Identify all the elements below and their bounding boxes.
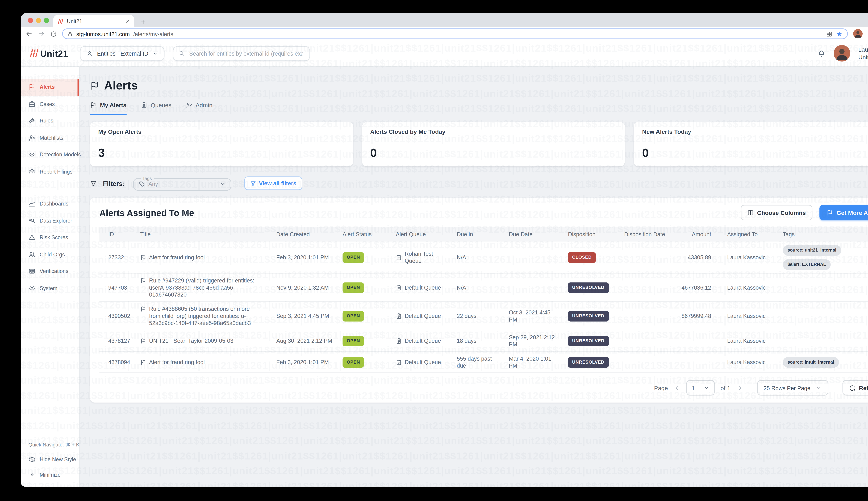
hide-new-style-button[interactable]: Hide New Style xyxy=(21,456,79,463)
browser-tab[interactable]: Unit21 xyxy=(53,15,134,27)
cell-date-created: Feb 3, 2020 1:01 PM xyxy=(267,254,334,261)
sidebar-item-rules[interactable]: Rules xyxy=(21,113,79,129)
stat-card-my-open-alerts: My Open Alerts3 xyxy=(90,122,353,167)
eye-off-icon xyxy=(29,456,36,463)
cell-id: 4378094 xyxy=(99,359,131,366)
page-number-select[interactable]: 1 xyxy=(686,380,715,396)
sidebar-item-matchlists[interactable]: Matchlists xyxy=(21,129,79,146)
column-header-alert-status[interactable]: Alert Status xyxy=(334,231,387,237)
tags-filter-select[interactable]: Tags Any xyxy=(133,176,231,191)
user-avatar[interactable] xyxy=(834,45,850,62)
cell-title-link[interactable]: Rule #4388605 (50 transactions or more f… xyxy=(131,305,267,327)
close-window-button[interactable] xyxy=(28,18,33,23)
choose-columns-button[interactable]: Choose Columns xyxy=(740,205,812,220)
sidebar-item-report-filings[interactable]: Report Filings xyxy=(21,163,79,180)
cell-title-link[interactable]: Alert for fraud ring fool xyxy=(131,359,267,366)
column-header-disposition-date[interactable]: Disposition Date xyxy=(615,231,672,237)
column-header-due-in[interactable]: Due in xyxy=(448,231,500,237)
cell-assigned-to: Laura Kassovic xyxy=(718,284,774,291)
user-info[interactable]: Laura Kassovic Unit21 xyxy=(858,45,868,61)
sidebar-item-risk-scores[interactable]: Risk Scores xyxy=(21,229,79,246)
minimize-label: Minimize xyxy=(40,472,61,478)
search-list-icon xyxy=(29,217,36,224)
cell-due-in: 22 days xyxy=(448,312,500,319)
refresh-button[interactable]: Refresh xyxy=(842,380,868,396)
column-header-due-date[interactable]: Due Date xyxy=(500,231,559,237)
sidebar-item-cases[interactable]: Cases xyxy=(21,96,79,113)
tab-my-alerts[interactable]: My Alerts xyxy=(90,102,127,115)
tab-close-icon[interactable] xyxy=(125,19,130,23)
person-x-icon xyxy=(29,134,36,141)
app-header: Unit21 Entities - External ID xyxy=(21,40,868,67)
notifications-bell-icon[interactable] xyxy=(817,50,825,57)
table-row[interactable]: 947703Rule #947229 (Valid) triggered for… xyxy=(99,274,868,302)
grid-icon[interactable] xyxy=(826,31,833,37)
url-bar[interactable]: stg-lumos.unit21.com/alerts/my-alerts xyxy=(62,29,848,39)
search-input[interactable] xyxy=(188,50,304,57)
bookmark-star-icon[interactable] xyxy=(836,31,843,37)
flag-icon xyxy=(90,102,96,108)
sidebar-item-verifications[interactable]: Verifications xyxy=(21,263,79,280)
table-row[interactable]: 4390502Rule #4388605 (50 transactions or… xyxy=(99,302,868,330)
column-header-tags[interactable]: Tags xyxy=(774,231,868,237)
rows-per-page-select[interactable]: 25 Rows Per Page xyxy=(757,380,828,396)
sidebar-item-child-orgs[interactable]: Child Orgs xyxy=(21,246,79,263)
view-all-filters-button[interactable]: View all filters xyxy=(244,177,303,190)
minimize-window-button[interactable] xyxy=(36,18,41,23)
column-header-id[interactable]: ID xyxy=(99,231,131,237)
cell-title-link[interactable]: UNIT21 - Sean Taylor 2009-05-03 xyxy=(131,337,267,344)
sidebar-item-detection-models[interactable]: Detection Models xyxy=(21,146,79,163)
browser-tab-strip: Unit21 xyxy=(21,13,868,27)
minimize-sidebar-button[interactable]: Minimize xyxy=(21,471,79,478)
user-name: Laura Kassovic xyxy=(858,45,868,53)
sidebar-item-label: Verifications xyxy=(40,268,68,274)
tab-label: Admin xyxy=(196,102,212,108)
zoom-window-button[interactable] xyxy=(44,18,49,23)
column-header-disposition[interactable]: Disposition xyxy=(559,231,615,237)
sidebar-item-dashboards[interactable]: Dashboards xyxy=(21,195,79,212)
unit21-logo[interactable]: Unit21 xyxy=(29,48,68,58)
macos-window-controls[interactable] xyxy=(28,18,49,23)
tab-queues[interactable]: Queues xyxy=(141,102,171,115)
sidebar-item-data-explorer[interactable]: Data Explorer xyxy=(21,212,79,229)
reload-button[interactable] xyxy=(50,31,57,37)
next-page-icon[interactable] xyxy=(736,385,743,391)
global-search[interactable] xyxy=(173,46,310,61)
quick-navigate-hint: Quick Navigate: ⌘ + K xyxy=(21,441,79,448)
column-header-amount[interactable]: Amount xyxy=(672,231,718,237)
cell-alert-queue: Default Queue xyxy=(387,284,448,291)
stat-value: 3 xyxy=(98,146,345,160)
gear-icon xyxy=(29,285,36,292)
back-button[interactable] xyxy=(25,30,33,38)
cell-due-date: Sep 29, 2021 2:12 PM xyxy=(500,333,559,348)
stat-label: My Open Alerts xyxy=(98,129,345,135)
sidebar-item-alerts[interactable]: Alerts xyxy=(21,79,79,96)
tab-admin[interactable]: Admin xyxy=(186,102,212,115)
column-header-date-created[interactable]: Date Created xyxy=(267,231,334,237)
tab-label: My Alerts xyxy=(100,102,127,108)
column-header-title[interactable]: Title xyxy=(131,231,267,237)
forward-button[interactable] xyxy=(38,30,45,38)
table-row[interactable]: 4378127UNIT21 - Sean Taylor 2009-05-03Au… xyxy=(99,330,868,352)
page-title: Alerts xyxy=(104,79,138,92)
table-row[interactable]: 4378094Alert for fraud ring foolFeb 3, 2… xyxy=(99,352,868,373)
table-row[interactable]: 27332Alert for fraud ring foolFeb 3, 202… xyxy=(99,242,868,274)
cell-title-link[interactable]: Rule #947229 (Valid) triggered for entit… xyxy=(131,277,267,298)
cell-disposition: UNRESOLVED xyxy=(559,356,615,367)
columns-icon xyxy=(747,209,754,216)
column-header-assigned-to[interactable]: Assigned To xyxy=(718,231,774,237)
clipboard-icon xyxy=(396,254,402,260)
column-header-alert-queue[interactable]: Alert Queue xyxy=(387,231,448,237)
new-tab-button[interactable] xyxy=(140,19,146,25)
get-more-alerts-button[interactable]: Get More Alerts xyxy=(820,205,868,220)
clipboard-icon xyxy=(396,285,402,290)
entity-type-select[interactable]: Entities - External ID xyxy=(80,46,164,61)
previous-page-icon[interactable] xyxy=(674,385,680,391)
browser-profile-avatar[interactable] xyxy=(854,29,863,39)
favicon-unit21-icon xyxy=(57,18,63,24)
table-header-row: IDTitleDate CreatedAlert StatusAlert Que… xyxy=(99,227,868,242)
sidebar-item-system[interactable]: System xyxy=(21,280,79,297)
cell-alert-status: OPEN xyxy=(334,335,387,346)
scales-icon xyxy=(29,151,36,158)
cell-title-link[interactable]: Alert for fraud ring fool xyxy=(131,254,267,261)
